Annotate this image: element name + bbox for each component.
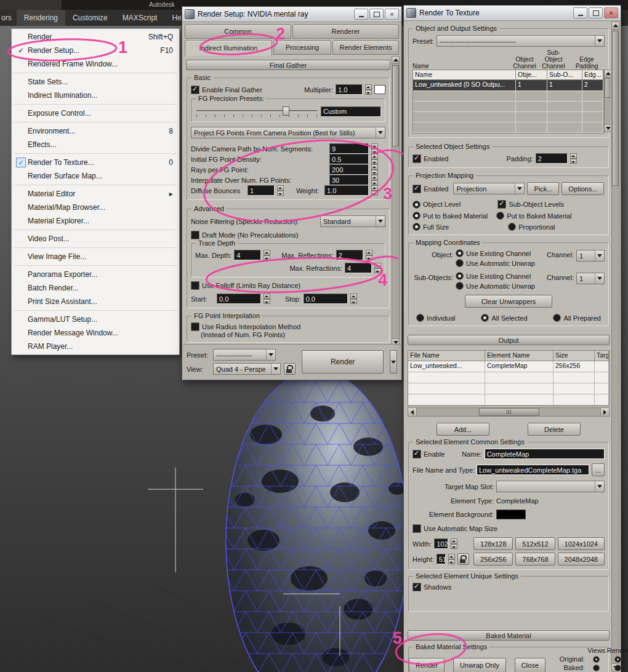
menu-item-ram-player[interactable]: RAM Player... [12,340,179,353]
view-dropdown[interactable]: Quad 4 - Perspe [213,363,281,375]
table-row[interactable] [408,372,609,383]
scrollbar-thumb[interactable] [479,408,539,416]
draft-mode-checkbox[interactable] [191,231,199,239]
element-background-swatch[interactable] [496,510,526,519]
size-128-button[interactable]: 128x128 [473,537,513,550]
maximize-button[interactable] [369,9,384,20]
menu-item-material-map-browser[interactable]: Material/Map Browser... [12,201,179,214]
rtt-preset-dropdown[interactable]: ---------------------------------- [437,35,605,47]
menu-item-render[interactable]: RenderShift+Q [12,30,179,44]
scroll-up-icon[interactable] [612,22,619,30]
padding-field[interactable]: 2 [536,153,568,164]
tab-processing[interactable]: Processing [273,40,331,55]
tab-common[interactable]: Common [185,24,291,39]
proportional-radio[interactable] [508,223,516,231]
falloff-stop-spinner[interactable] [350,294,357,304]
rtt-titlebar[interactable]: Render To Texture × [404,6,621,21]
table-row[interactable] [413,122,603,133]
menubar-item-rendering[interactable]: Rendering [17,10,65,26]
size-512-button[interactable]: 512x512 [515,537,555,550]
fg-project-mode-dropdown[interactable]: Project FG Points From Camera Position (… [191,127,385,138]
falloff-start-spinner[interactable] [264,294,270,304]
scroll-up-icon[interactable] [392,57,399,64]
scroll-right-icon[interactable] [600,408,609,416]
table-row-selected[interactable]: Low_untweaked... CompleteMap 256x256 [408,361,609,372]
projection-enabled-checkbox[interactable] [413,185,421,193]
size-768-button[interactable]: 768x768 [515,553,555,566]
render-setup-titlebar[interactable]: Render Setup: NVIDIA mental ray × [182,7,401,22]
target-map-slot-dropdown[interactable] [496,481,605,492]
options-button[interactable]: Options... [562,182,604,195]
rays-per-point-field[interactable]: 200 [329,164,369,175]
views-baked-radio[interactable] [593,665,600,671]
menu-item-batch-render[interactable]: Batch Render... [12,281,179,295]
tab-render-elements[interactable]: Render Elements [332,40,399,55]
slider-handle[interactable] [283,106,289,116]
scrollbar-thumb[interactable] [612,31,619,186]
projection-dropdown[interactable]: Projection [453,183,525,194]
menu-item-rendered-frame-window[interactable]: Rendered Frame Window... [12,57,179,71]
table-row[interactable] [413,91,603,102]
interpolate-points-field[interactable]: 30 [329,175,369,185]
clear-unwrappers-button[interactable]: Clear Unwrappers [465,295,552,308]
menubar-item-customize[interactable]: Customize [65,10,115,26]
max-depth-field[interactable]: 4 [234,250,261,260]
scroll-up-icon[interactable] [605,70,611,78]
weight-spinner[interactable] [371,185,378,196]
falloff-start-field[interactable]: 0.0 [217,294,261,304]
divide-segments-spinner[interactable] [371,143,378,154]
menu-item-video-post[interactable]: Video Post... [12,232,179,246]
table-row-selected[interactable]: Low_untweaked (0 SO Outpu... 1 1 2 [413,80,603,91]
menu-item-state-sets[interactable]: State Sets... [12,75,179,89]
size-256-button[interactable]: 256x256 [473,553,513,566]
rtt-scrollbar[interactable] [611,22,619,671]
close-button[interactable]: Close [515,658,545,672]
object-channel-dropdown[interactable]: 1 [576,250,605,262]
output-rollout[interactable]: Output [408,335,610,345]
scroll-down-icon[interactable] [605,124,611,132]
scrollbar-thumb[interactable] [392,65,399,146]
weight-field[interactable]: 1.0 [324,185,369,196]
object-use-existing-radio[interactable] [456,249,464,257]
scroll-left-icon[interactable] [408,408,417,416]
minimize-button[interactable] [354,9,368,20]
menu-item-panorama-exporter[interactable]: Panorama Exporter... [12,268,179,281]
multiplier-color-swatch[interactable] [374,85,385,94]
enable-final-gather-checkbox[interactable] [191,86,199,94]
menu-item-gamma-lut-setup[interactable]: Gamma/LUT Setup... [12,313,179,326]
close-button[interactable]: × [385,9,399,20]
height-spinner[interactable] [448,554,455,564]
all-selected-radio[interactable] [481,314,489,322]
footer-expand-button[interactable] [390,350,397,374]
maximize-button[interactable] [589,7,603,18]
size-2048-button[interactable]: 2048x2048 [558,553,605,566]
max-refractions-field[interactable]: 4 [345,263,372,273]
multiplier-field[interactable]: 1.0 [336,84,363,95]
objects-table-scrollbar[interactable] [604,70,611,132]
width-spinner[interactable] [451,538,457,549]
tab-indirect-illumination[interactable]: Indirect Illumination [185,40,272,56]
multiplier-spinner[interactable] [365,84,372,95]
falloff-stop-field[interactable]: 0.0 [304,294,348,304]
noise-filtering-dropdown[interactable]: Standard [320,215,385,227]
table-row[interactable] [408,394,609,406]
height-field[interactable]: 512 [437,554,446,564]
width-field[interactable]: 1024 [434,538,448,549]
close-button[interactable]: × [604,7,618,18]
menu-item-render-to-texture[interactable]: ✓Render To Texture...0 [12,156,179,169]
menu-item-exposure-control[interactable]: Exposure Control... [12,106,179,120]
menu-item-render-message-window[interactable]: Render Message Window... [12,326,179,340]
fg-preset-field[interactable]: Custom [321,106,381,117]
put-baked-right-radio[interactable] [496,212,504,220]
rtt-render-button[interactable]: Render [409,658,445,672]
sub-use-existing-radio[interactable] [456,272,464,280]
render-button[interactable]: Render [302,350,384,374]
render-baked-radio[interactable] [614,665,621,671]
fg-density-spinner[interactable] [371,154,378,164]
sub-object-levels-checkbox[interactable] [497,200,506,209]
table-row[interactable] [413,112,603,122]
menu-item-print-size-assistant[interactable]: Print Size Assistant... [12,295,179,308]
lock-icon[interactable] [284,363,296,375]
delete-button[interactable]: Delete [528,423,581,436]
render-setup-scrollbar[interactable] [392,56,400,346]
